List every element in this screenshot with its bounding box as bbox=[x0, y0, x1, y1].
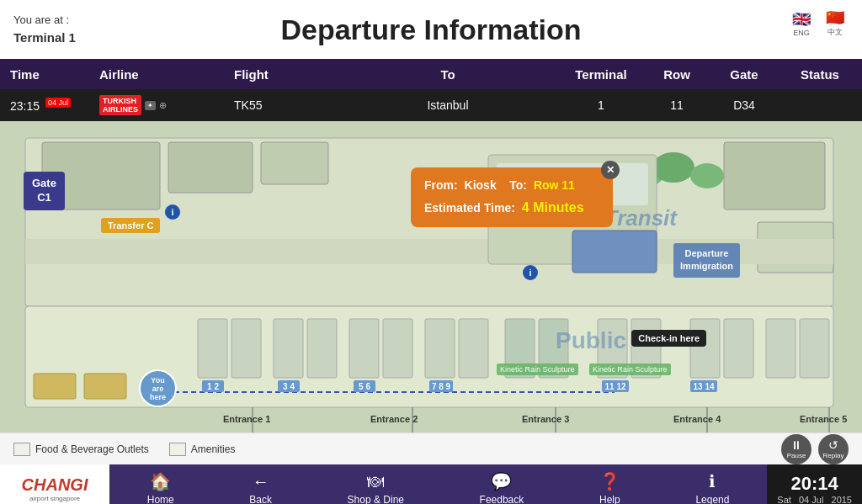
food-beverage-icon bbox=[13, 443, 30, 456]
back-label: Back bbox=[249, 494, 272, 505]
svg-point-6 bbox=[652, 152, 694, 183]
entrance-1-label: Entrance 1 bbox=[223, 414, 270, 424]
popup-from: From: Kiosk To: Row 11 bbox=[424, 176, 599, 196]
amenities-legend: Amenities bbox=[169, 443, 236, 456]
flight-number: TK55 bbox=[227, 98, 337, 112]
transfer-badge: Transfer C bbox=[101, 218, 160, 233]
col-header-gate: Gate bbox=[710, 67, 778, 82]
flight-row: 11 bbox=[643, 98, 710, 112]
legend-label: Legend bbox=[695, 494, 729, 504]
nav-back-button[interactable]: ← Back bbox=[239, 469, 282, 505]
svg-rect-18 bbox=[307, 319, 337, 378]
svg-rect-13 bbox=[572, 231, 657, 273]
food-beverage-legend: Food & Beverage Outlets bbox=[13, 443, 149, 456]
nav-shop-dine-button[interactable]: 🍽 Shop & Dine bbox=[338, 469, 414, 505]
lang-cn-group[interactable]: 🇨🇳 中文 bbox=[822, 8, 849, 38]
page-title: Departure Information bbox=[280, 13, 581, 46]
legend-icon: ℹ bbox=[709, 471, 716, 491]
svg-text:i: i bbox=[171, 207, 173, 217]
help-label: Help bbox=[599, 494, 620, 504]
col-header-status: Status bbox=[778, 67, 862, 82]
replay-icon: ↺ bbox=[828, 438, 838, 452]
svg-rect-15 bbox=[198, 319, 227, 378]
svg-text:5 6: 5 6 bbox=[359, 382, 370, 391]
uk-flag[interactable]: 🇬🇧 bbox=[788, 10, 815, 29]
home-label: Home bbox=[147, 494, 174, 504]
header: You are at : Terminal 1 Departure Inform… bbox=[0, 0, 862, 59]
lang-eng-label[interactable]: ENG bbox=[793, 29, 810, 37]
changi-brand: CHANGI bbox=[22, 475, 88, 495]
svg-rect-4 bbox=[261, 142, 328, 184]
flight-gate: D34 bbox=[710, 98, 778, 112]
svg-rect-28 bbox=[724, 319, 753, 378]
popup-eta: Estimated Time: 4 Minutes bbox=[424, 196, 599, 219]
flight-terminal: 1 bbox=[559, 98, 643, 112]
col-header-to: To bbox=[337, 67, 559, 82]
nav-help-button[interactable]: ❓ Help bbox=[589, 468, 631, 504]
nav-feedback-button[interactable]: 💬 Feedback bbox=[470, 468, 535, 504]
back-icon: ← bbox=[253, 472, 269, 491]
changi-logo: CHANGI airport singapore bbox=[0, 464, 109, 504]
gate-badge: Gate C1 bbox=[24, 172, 65, 210]
svg-text:7 8 9: 7 8 9 bbox=[432, 382, 451, 391]
svg-rect-8 bbox=[724, 142, 825, 210]
svg-rect-16 bbox=[231, 319, 261, 378]
svg-rect-19 bbox=[349, 319, 379, 378]
popup-close-button[interactable]: ✕ bbox=[601, 161, 620, 179]
svg-rect-22 bbox=[459, 319, 488, 378]
nav-buttons: 🏠 Home ← Back 🍽 Shop & Dine 💬 Feedback ❓… bbox=[109, 464, 767, 504]
svg-text:3 4: 3 4 bbox=[283, 382, 295, 391]
svg-rect-30 bbox=[800, 319, 829, 378]
changi-sub: airport singapore bbox=[22, 495, 88, 502]
kinetic-rain-label-2: Kinetic Rain Sculpture bbox=[589, 363, 671, 375]
svg-text:1 2: 1 2 bbox=[207, 382, 219, 391]
star-alliance-badge: ✦ bbox=[145, 101, 156, 110]
playback-controls[interactable]: ⏸ Pause ↺ Replay bbox=[781, 434, 849, 464]
popup-to-value: Row 11 bbox=[534, 178, 575, 192]
shop-dine-icon: 🍽 bbox=[367, 472, 384, 491]
replay-button[interactable]: ↺ Replay bbox=[818, 434, 849, 464]
language-switcher[interactable]: 🇬🇧 ENG 🇨🇳 中文 bbox=[788, 8, 849, 38]
svg-rect-20 bbox=[383, 319, 412, 378]
entrance-4-label: Entrance 4 bbox=[673, 414, 721, 424]
flight-airline: TURKISHAIRLINES ✦ ⊕ bbox=[93, 95, 227, 115]
col-header-row: Row bbox=[643, 67, 710, 82]
col-header-terminal: Terminal bbox=[559, 67, 643, 82]
nav-home-button[interactable]: 🏠 Home bbox=[137, 468, 184, 504]
entrance-2-label: Entrance 2 bbox=[370, 414, 418, 424]
alliance-icon: ⊕ bbox=[159, 100, 167, 111]
amenities-label: Amenities bbox=[191, 443, 236, 455]
nav-legend-button[interactable]: ℹ Legend bbox=[685, 468, 739, 504]
svg-point-7 bbox=[690, 163, 724, 188]
lang-cn-label[interactable]: 中文 bbox=[827, 27, 843, 38]
checkin-badge: Check-in here bbox=[631, 330, 706, 347]
pause-button[interactable]: ⏸ Pause bbox=[781, 434, 811, 464]
legend-bar: Food & Beverage Outlets Amenities ⏸ Paus… bbox=[0, 432, 862, 464]
location-info: You are at : Terminal 1 bbox=[13, 13, 76, 45]
cn-flag[interactable]: 🇨🇳 bbox=[822, 8, 849, 27]
entrance-3-label: Entrance 3 bbox=[522, 414, 569, 424]
svg-rect-17 bbox=[274, 319, 303, 378]
public-label: Public bbox=[556, 327, 626, 354]
col-header-time: Time bbox=[0, 67, 93, 82]
kinetic-rain-label-1: Kinetic Rain Sculpture bbox=[497, 363, 578, 375]
svg-text:13 14: 13 14 bbox=[693, 382, 714, 391]
svg-rect-3 bbox=[168, 142, 253, 193]
terminal-label: Terminal 1 bbox=[13, 29, 76, 46]
clock-date: Sat 04 Jul 2015 bbox=[777, 495, 852, 505]
departure-immigration-label: Departure Immigration bbox=[673, 243, 740, 278]
table-row: 23:15 04 Jul TURKISHAIRLINES ✦ ⊕ TK55 Is… bbox=[0, 89, 862, 121]
col-header-flight: Flight bbox=[227, 67, 337, 82]
svg-rect-29 bbox=[766, 319, 795, 378]
svg-rect-31 bbox=[34, 374, 76, 399]
help-icon: ❓ bbox=[599, 471, 620, 491]
clock-time: 20:14 bbox=[791, 473, 838, 495]
svg-rect-27 bbox=[690, 319, 720, 378]
shop-dine-label: Shop & Dine bbox=[348, 494, 404, 505]
flight-time: 23:15 04 Jul bbox=[0, 98, 93, 113]
turkish-airlines-logo: TURKISHAIRLINES bbox=[99, 95, 141, 115]
entrance-5-label: Entrance 5 bbox=[800, 414, 847, 424]
lang-eng-group[interactable]: 🇬🇧 ENG bbox=[788, 10, 815, 37]
col-header-airline: Airline bbox=[93, 67, 227, 82]
svg-text:11 12: 11 12 bbox=[604, 382, 625, 391]
